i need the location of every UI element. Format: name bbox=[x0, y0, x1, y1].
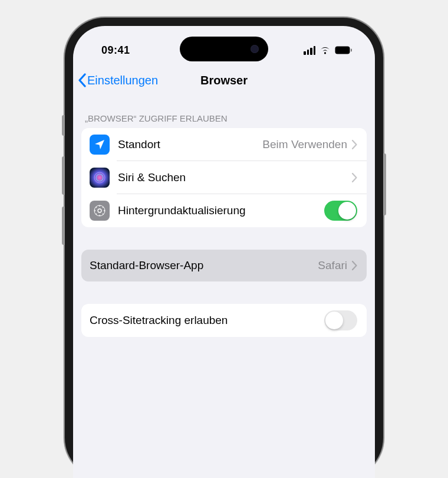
volume-down bbox=[62, 207, 65, 245]
svg-line-12 bbox=[96, 214, 97, 215]
location-label: Standort bbox=[118, 138, 262, 151]
back-button[interactable]: Einstellungen bbox=[78, 73, 158, 87]
dynamic-island bbox=[180, 37, 268, 61]
svg-line-10 bbox=[96, 207, 97, 208]
wifi-icon bbox=[319, 46, 331, 54]
phone-frame: 09:41 Einstellungen Browser „BROWSER“ ZU… bbox=[65, 18, 383, 478]
cross-site-tracking-row: Cross-Sitetracking erlauben bbox=[81, 304, 367, 337]
back-label: Einstellungen bbox=[87, 74, 158, 87]
status-time: 09:41 bbox=[101, 44, 130, 57]
chevron-right-icon bbox=[352, 261, 357, 270]
permissions-group: Standort Beim Verwenden Siri & Suchen Hi… bbox=[81, 128, 367, 227]
volume-up bbox=[62, 156, 65, 195]
background-refresh-row: Hintergrundaktualisierung bbox=[81, 194, 367, 227]
background-refresh-label: Hintergrundaktualisierung bbox=[118, 204, 324, 217]
svg-point-3 bbox=[96, 174, 103, 181]
background-refresh-toggle[interactable] bbox=[324, 201, 357, 221]
chevron-right-icon bbox=[352, 140, 357, 149]
section-header-permissions: „BROWSER“ ZUGRIFF ERLAUBEN bbox=[73, 97, 375, 128]
svg-point-5 bbox=[98, 209, 101, 212]
gear-icon bbox=[90, 201, 110, 221]
default-browser-row[interactable]: Standard-Browser-App Safari bbox=[81, 250, 367, 281]
cross-site-tracking-label: Cross-Sitetracking erlauben bbox=[90, 314, 324, 327]
cross-site-tracking-toggle[interactable] bbox=[324, 310, 357, 330]
svg-rect-1 bbox=[351, 49, 352, 52]
svg-rect-0 bbox=[335, 47, 350, 54]
mute-switch bbox=[62, 115, 65, 136]
siri-label: Siri & Suchen bbox=[118, 171, 352, 184]
svg-line-11 bbox=[103, 207, 104, 208]
default-browser-group: Standard-Browser-App Safari bbox=[81, 250, 367, 281]
chevron-left-icon bbox=[78, 73, 86, 87]
svg-line-13 bbox=[103, 214, 104, 215]
battery-icon bbox=[335, 46, 353, 54]
screen: 09:41 Einstellungen Browser „BROWSER“ ZU… bbox=[73, 26, 375, 478]
default-browser-label: Standard-Browser-App bbox=[90, 259, 318, 272]
default-browser-value: Safari bbox=[318, 259, 347, 272]
location-icon bbox=[90, 135, 110, 155]
location-row[interactable]: Standort Beim Verwenden bbox=[81, 128, 367, 161]
tracking-group: Cross-Sitetracking erlauben bbox=[81, 304, 367, 337]
page-title: Browser bbox=[200, 74, 248, 87]
cellular-signal-icon bbox=[304, 46, 315, 55]
nav-bar: Einstellungen Browser bbox=[73, 61, 375, 97]
siri-icon bbox=[90, 168, 110, 188]
camera-lens bbox=[251, 45, 259, 53]
chevron-right-icon bbox=[352, 173, 357, 182]
siri-row[interactable]: Siri & Suchen bbox=[81, 161, 367, 194]
location-value: Beim Verwenden bbox=[262, 138, 347, 151]
power-button bbox=[383, 153, 386, 215]
